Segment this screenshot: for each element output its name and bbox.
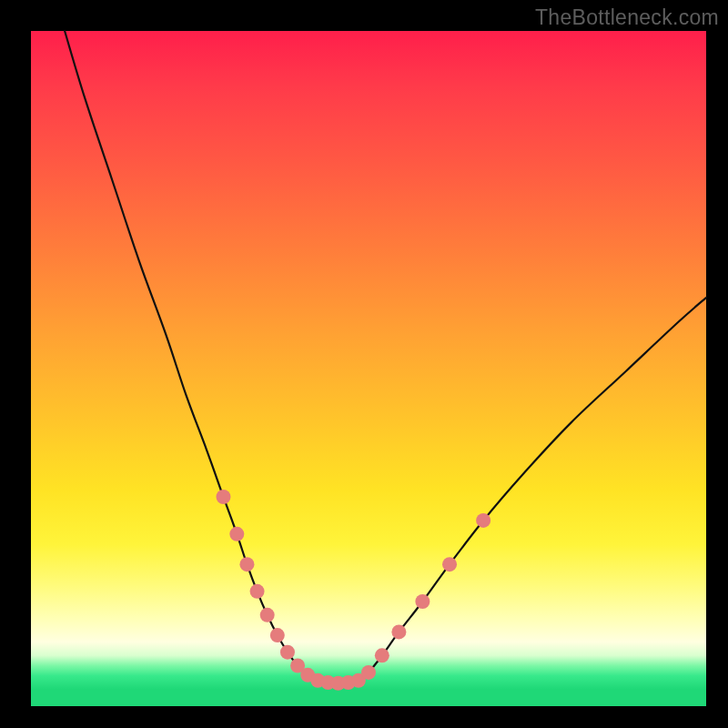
data-marker (391, 624, 406, 639)
watermark-text: TheBottleneck.com (535, 5, 719, 30)
curve-right-branch (359, 298, 706, 681)
data-marker (239, 557, 254, 571)
data-marker (415, 594, 430, 609)
data-marker (216, 490, 230, 504)
data-marker (280, 645, 295, 660)
data-marker (250, 584, 265, 599)
data-marker (260, 608, 275, 622)
chart-svg (31, 31, 706, 706)
data-marker (442, 557, 457, 571)
data-marker (270, 628, 285, 642)
curve-left-branch (65, 31, 318, 681)
chart-frame: TheBottleneck.com (0, 0, 728, 728)
data-markers (216, 490, 490, 691)
plot-area (31, 31, 706, 706)
data-marker (375, 648, 389, 662)
data-marker (476, 513, 490, 528)
data-marker (361, 665, 376, 680)
data-marker (229, 527, 244, 541)
